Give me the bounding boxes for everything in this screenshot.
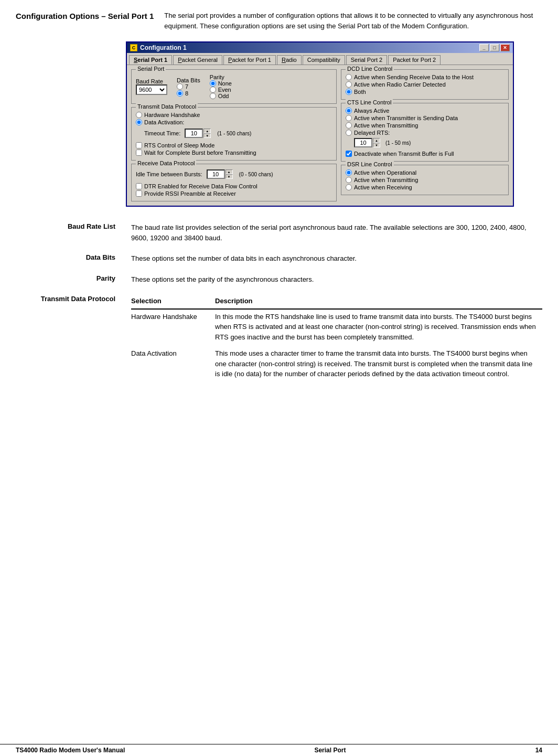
dsr-line-control-group: DSR Line Control Active when Operational…: [341, 165, 509, 195]
data-bits-7-radio[interactable]: [177, 83, 183, 90]
cts-transmitting-radio[interactable]: [346, 122, 352, 129]
delayed-rts-spinner-buttons: ▲ ▼: [373, 138, 380, 147]
wait-burst-checkbox[interactable]: [136, 150, 142, 156]
dialog-right-column: DCD Line Control Active when Sending Rec…: [341, 69, 509, 201]
cts-sending-data-label: Active when Transmitter is Sending Data: [354, 115, 458, 121]
idle-spin-up[interactable]: ▲: [226, 169, 233, 174]
delayed-rts-row: ▲ ▼ (1 - 50 ms): [354, 138, 504, 147]
data-bits-8-label: 8: [185, 90, 188, 97]
parity-section-row: Parity These options set the parity of t…: [16, 274, 542, 285]
dialog-wrapper: C Configuration 1 _ □ ✕ Serial Port 1 Pa…: [126, 41, 542, 207]
delayed-rts-spinner: ▲ ▼: [354, 138, 380, 147]
delayed-rts-spin-down[interactable]: ▼: [373, 143, 380, 147]
tab-radio[interactable]: Radio: [277, 55, 302, 65]
parity-section-content: These options set the parity of the asyn…: [131, 274, 542, 285]
tab-packet-general[interactable]: Packet General: [173, 55, 222, 65]
data-activation-label: Data Activation:: [144, 119, 184, 125]
parity-label: Parity: [210, 74, 232, 80]
baud-rate-list-content: The baud rate list provides selection of…: [131, 222, 542, 243]
titlebar-left: C Configuration 1: [130, 44, 187, 51]
cts-always-active-label: Always Active: [354, 108, 389, 114]
receive-protocol-title: Receive Data Protocol: [136, 160, 196, 166]
tab-serial-port-2[interactable]: Serial Port 2: [346, 55, 388, 65]
tab-packet-port-1[interactable]: Packet for Port 1: [223, 55, 276, 65]
provide-rssi-checkbox[interactable]: [136, 190, 142, 197]
dtr-enabled-option: DTR Enabled for Receive Data Flow Contro…: [136, 183, 332, 189]
provide-rssi-label: Provide RSSI Preamble at Receiver: [144, 190, 236, 197]
transmit-protocol-section-content: Selection Description Hardware Handshake…: [131, 295, 542, 384]
tab-serial-port-1[interactable]: Serial Port 1: [129, 55, 172, 65]
dcd-line-control-group: DCD Line Control Active when Sending Rec…: [341, 69, 509, 100]
parity-even-radio[interactable]: [210, 87, 216, 93]
page-description: The serial port provides a number of con…: [164, 10, 542, 31]
data-bits-8-radio[interactable]: [177, 90, 183, 97]
footer-right-text: 14: [535, 747, 542, 754]
data-activation-description: This mode uses a character timer to fram…: [215, 346, 542, 384]
rts-sleep-label: RTS Control of Sleep Mode: [144, 142, 214, 148]
hardware-handshake-radio[interactable]: [136, 112, 142, 118]
timeout-spin-down[interactable]: ▼: [203, 133, 211, 138]
idle-time-input[interactable]: [207, 169, 225, 179]
page-container: Configuration Options – Serial Port 1 Th…: [0, 0, 558, 404]
tab-packet-port-2[interactable]: Packet for Port 2: [388, 55, 441, 65]
transmit-protocol-section-row: Transmit Data Protocol Selection Descrip…: [16, 295, 542, 384]
transmit-protocol-section-label: Transmit Data Protocol: [16, 295, 121, 384]
parity-odd: Odd: [210, 93, 232, 99]
parity-even: Even: [210, 87, 232, 93]
cts-line-control-group: CTS Line Control Always Active Active wh…: [341, 103, 509, 162]
baud-rate-section: Baud Rate 9600 300 1200 2400 4800 19200 …: [136, 78, 167, 95]
table-row: Hardware Handshake In this mode the RTS …: [131, 309, 542, 347]
minimize-button[interactable]: _: [479, 44, 489, 51]
data-bits-7: 7: [177, 83, 200, 90]
parity-none-radio[interactable]: [210, 80, 216, 87]
rts-sleep-checkbox[interactable]: [136, 142, 142, 148]
parity-section: Parity None Even: [210, 74, 232, 99]
idle-time-hint: (0 - 500 chars): [239, 172, 273, 177]
deactivate-checkbox[interactable]: [346, 151, 352, 157]
data-bits-group: 7 8: [177, 83, 200, 97]
dsr-transmitting: Active when Transmitting: [346, 177, 504, 183]
timeout-spin-up[interactable]: ▲: [203, 129, 211, 133]
timeout-spinner-buttons: ▲ ▼: [203, 129, 211, 138]
cts-always-active-radio[interactable]: [346, 108, 352, 114]
parity-odd-radio[interactable]: [210, 93, 216, 99]
delayed-rts-spin-up[interactable]: ▲: [373, 138, 380, 143]
data-bits-section-label: Data Bits: [16, 253, 121, 264]
dcd-radio-carrier-label: Active when Radio Carrier Detected: [354, 81, 446, 88]
dialog-window-buttons: _ □ ✕: [479, 44, 510, 51]
baud-rate-list-section: Baud Rate List The baud rate list provid…: [16, 222, 542, 243]
data-activation-radio[interactable]: [136, 119, 142, 125]
baud-rate-select[interactable]: 9600 300 1200 2400 4800 19200 38400: [136, 84, 167, 95]
dtr-enabled-checkbox[interactable]: [136, 183, 142, 189]
dsr-transmitting-radio[interactable]: [346, 177, 352, 183]
footer-left-text: TS4000 Radio Modem User's Manual: [16, 747, 125, 754]
close-button[interactable]: ✕: [500, 44, 510, 51]
cts-delayed-rts-radio[interactable]: [346, 130, 352, 136]
dialog-title: Configuration 1: [140, 44, 187, 51]
data-bits-label: Data Bits: [177, 77, 200, 83]
tab-compatibility[interactable]: Compatibility: [303, 55, 345, 65]
cts-title: CTS Line Control: [346, 99, 393, 105]
data-activation-selection: Data Activation: [131, 346, 215, 384]
receive-data-protocol-group: Receive Data Protocol Idle Time between …: [131, 164, 337, 201]
cts-transmitting: Active when Transmitting: [346, 122, 504, 129]
timeout-time-label: Timeout Time:: [144, 130, 180, 136]
maximize-button[interactable]: □: [490, 44, 499, 51]
deactivate-row: Deactivate when Transmit Buffer is Full: [346, 151, 504, 157]
dsr-receiving-radio[interactable]: [346, 184, 352, 190]
cts-delayed-rts-label: Delayed RTS:: [354, 130, 390, 136]
delayed-rts-input[interactable]: [354, 138, 372, 147]
dcd-send-receive-radio[interactable]: [346, 74, 352, 80]
dcd-radio-carrier-radio[interactable]: [346, 81, 352, 88]
idle-spin-down[interactable]: ▼: [226, 174, 233, 179]
cts-sending-data-radio[interactable]: [346, 115, 352, 121]
timeout-value-input[interactable]: [185, 129, 203, 138]
dcd-both-radio[interactable]: [346, 89, 352, 95]
dialog-left-column: Serial Port Baud Rate 9600 300 1200 2400: [131, 69, 337, 201]
dsr-operational-radio[interactable]: [346, 169, 352, 176]
parity-none: None: [210, 80, 232, 87]
dialog-icon: C: [130, 44, 137, 51]
idle-time-spinner: ▲ ▼: [207, 169, 233, 179]
timeout-spinner: ▲ ▼: [185, 129, 211, 138]
page-footer: TS4000 Radio Modem User's Manual Serial …: [0, 744, 558, 756]
